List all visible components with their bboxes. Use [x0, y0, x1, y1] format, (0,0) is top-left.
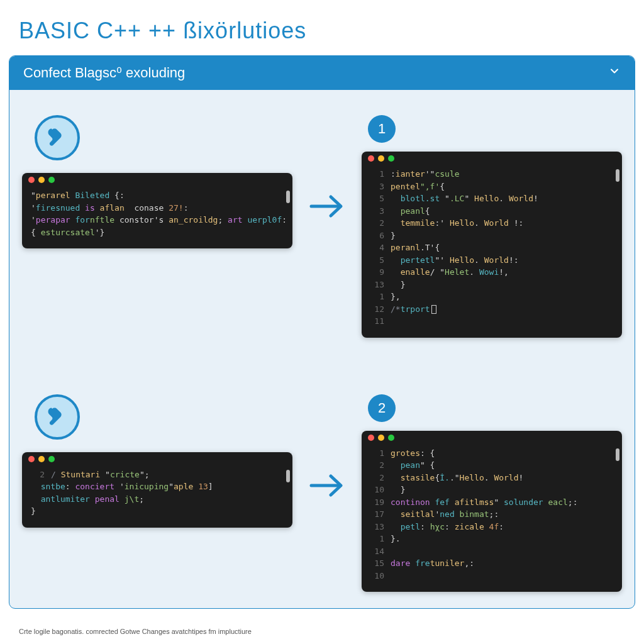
source-terminal-1[interactable]: "perarel Bileted {:'firesnued is aflan c…: [22, 173, 292, 248]
zoom-dot-icon[interactable]: [48, 456, 55, 462]
minimize-dot-icon[interactable]: [378, 435, 384, 441]
step-badge-1: 1: [368, 115, 396, 143]
zoom-dot-icon[interactable]: [388, 435, 394, 441]
terminal-traffic-lights: [22, 173, 292, 187]
close-dot-icon[interactable]: [368, 155, 374, 162]
code-line: 3pentel",f'{: [370, 180, 613, 193]
step-badge-2: 2: [368, 394, 396, 422]
code-block-left-2: 2/ Stuntari "cricte"; sntbe: conciert 'i…: [22, 466, 292, 521]
code-block-right-2: 1grotes: {2 pean" {2 stasile{İ.."Hello. …: [362, 445, 622, 586]
step-row-2: 2/ Stuntari "cricte"; sntbe: conciert 'i…: [22, 394, 622, 592]
result-terminal-1[interactable]: 1:ianter'"csule3pentel",f'{5 blotl.st ".…: [362, 152, 622, 338]
code-block-left-1: "perarel Bileted {:'firesnued is aflan c…: [22, 187, 292, 242]
chevron-down-icon[interactable]: [608, 65, 621, 81]
code-line: 1}.: [370, 533, 613, 545]
code-line: 2 stasile{İ.."Hello. World!: [370, 472, 613, 484]
code-line: 3 peanl{: [370, 205, 613, 218]
close-dot-icon[interactable]: [28, 456, 35, 462]
result-terminal-2[interactable]: 1grotes: {2 pean" {2 stasile{İ.."Hello. …: [362, 431, 622, 592]
tool-icon-1: [35, 115, 80, 160]
code-line: 10 }: [370, 484, 613, 496]
right-column-1: 1 1:ianter'"csule3pentel",f'{5 blotl.st …: [362, 115, 622, 338]
right-column-2: 2 1grotes: {2 pean" {2 stasile{İ.."Hello…: [362, 394, 622, 592]
scrollbar-thumb[interactable]: [286, 191, 290, 203]
code-line: 'firesnued is aflan conase 27!:: [31, 202, 284, 214]
code-line: 1grotes: {: [370, 447, 613, 460]
code-line: 12/*trport: [370, 303, 613, 316]
scrollbar-thumb[interactable]: [286, 470, 290, 482]
terminal-traffic-lights: [22, 452, 292, 466]
code-line: 6}: [370, 230, 613, 242]
code-line: 10: [370, 570, 613, 582]
terminal-traffic-lights: [362, 431, 622, 445]
scrollbar-thumb[interactable]: [616, 169, 619, 182]
arrow-right-icon: [305, 115, 349, 222]
code-line: 5 blotl.st ".LC" Hello. World!: [370, 192, 613, 205]
terminal-traffic-lights: [362, 152, 622, 165]
panel-header-label: Confect Blagsc⁰ exoluding: [23, 65, 185, 81]
panel-header[interactable]: Confect Blagsc⁰ exoluding: [9, 56, 635, 90]
code-line: 9 enalle/ "Helet. Wowi!,: [370, 266, 613, 279]
code-line: 1},: [370, 291, 613, 303]
arrow-right-icon: [305, 394, 349, 501]
footer-note: Crte logile bagonatis. comrected Gotwe C…: [19, 628, 252, 635]
code-line: }: [31, 505, 284, 518]
code-line: "perarel Bileted {:: [31, 189, 284, 202]
code-line: 2/ Stuntari "cricte";: [31, 469, 284, 481]
code-line: 11: [370, 315, 613, 328]
code-line: 15dare fretuniler,:: [370, 557, 613, 570]
panel-body: "perarel Bileted {:'firesnued is aflan c…: [9, 90, 635, 609]
code-line: 13 }: [370, 279, 613, 291]
left-column-1: "perarel Bileted {:'firesnued is aflan c…: [22, 115, 292, 248]
main-panel: Confect Blagsc⁰ exoluding "perarel Bil: [9, 55, 635, 609]
code-line: antlumiter penal j\t;: [31, 493, 284, 506]
close-dot-icon[interactable]: [28, 177, 35, 183]
left-column-2: 2/ Stuntari "cricte"; sntbe: conciert 'i…: [22, 394, 292, 528]
code-line: 4peranl.T'{: [370, 242, 613, 254]
code-line: 17 seitlal'ned binmat;:: [370, 508, 613, 521]
text-cursor: [431, 305, 436, 314]
code-line: 13 petl: hχc: zicale 4f:: [370, 521, 613, 533]
code-line: sntbe: conciert 'inicuping"aple 13]: [31, 480, 284, 493]
code-line: 'perapar fornftle constor's an_croildg; …: [31, 214, 284, 226]
code-line: 19continon fef afitlmss" solunder eacl;:: [370, 496, 613, 509]
code-line: { esturcsatel'}: [31, 226, 284, 239]
page-title: BASIC C++ ++ ßixörlutioes: [0, 0, 644, 50]
code-line: 5 pertetl"' Hello. World!:: [370, 254, 613, 267]
zoom-dot-icon[interactable]: [388, 155, 394, 162]
code-line: 1:ianter'"csule: [370, 168, 613, 180]
minimize-dot-icon[interactable]: [378, 155, 384, 162]
source-terminal-2[interactable]: 2/ Stuntari "cricte"; sntbe: conciert 'i…: [22, 452, 292, 528]
code-line: 2 temmile:' Hello. World !:: [370, 217, 613, 230]
minimize-dot-icon[interactable]: [38, 177, 45, 183]
zoom-dot-icon[interactable]: [48, 177, 55, 183]
close-dot-icon[interactable]: [368, 435, 374, 441]
code-block-right-1: 1:ianter'"csule3pentel",f'{5 blotl.st ".…: [362, 165, 622, 331]
step-row-1: "perarel Bileted {:'firesnued is aflan c…: [22, 115, 622, 338]
scrollbar-thumb[interactable]: [616, 448, 619, 461]
code-line: 2 pean" {: [370, 459, 613, 472]
code-line: 14: [370, 545, 613, 558]
tool-icon-2: [35, 394, 80, 440]
minimize-dot-icon[interactable]: [38, 456, 45, 462]
